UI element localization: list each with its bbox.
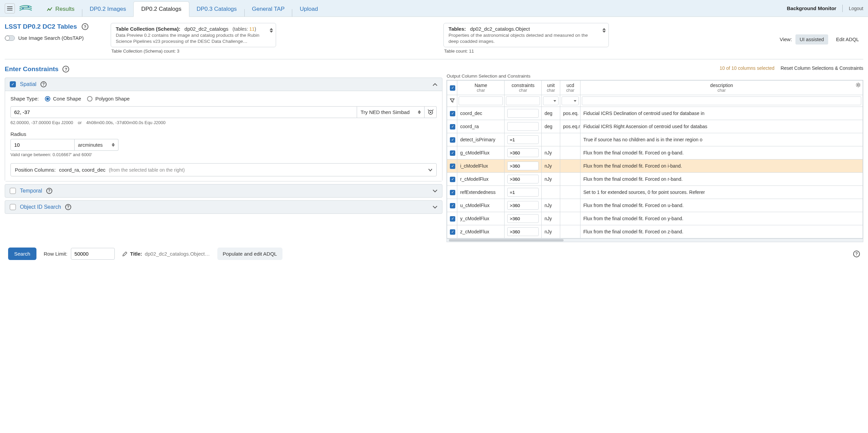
ui-assisted-button[interactable]: UI assisted [795,34,829,45]
table-row[interactable]: ✓coord_radegpos.eq.rFiducial ICRS Right … [447,120,863,133]
row-checkbox[interactable]: ✓ [450,229,455,235]
tab-general-tap[interactable]: General TAP [245,2,292,17]
constraint-input[interactable] [507,162,539,170]
filter-name-input[interactable] [459,96,503,105]
col-header-name[interactable]: Name [474,83,487,88]
schema-selector[interactable]: Table Collection (Schema): dp02_dc2_cata… [111,23,276,47]
catalog-title: LSST DP0.2 DC2 Tables ? [5,23,106,30]
position-columns-select[interactable]: Position Columns: coord_ra, coord_dec (f… [10,163,437,176]
search-button[interactable]: Search [8,248,36,260]
constraint-input[interactable] [507,109,539,118]
constraint-input[interactable] [507,227,539,236]
objectid-checkbox[interactable] [10,204,16,210]
spatial-header[interactable]: ✓ Spatial ? [5,78,442,91]
name-resolver-select[interactable]: Try NED then Simbad [357,106,425,118]
table-row[interactable]: ✓y_cModelFluxnJyFlux from the final cmod… [447,212,863,225]
spatial-checkbox[interactable]: ✓ [10,81,16,87]
help-icon[interactable]: ? [65,204,71,210]
filter-ucd-select[interactable] [562,96,579,105]
help-icon[interactable]: ? [62,66,69,73]
help-icon[interactable]: ? [46,188,52,194]
filter-unit-select[interactable] [543,96,559,105]
help-icon[interactable]: ? [40,81,47,87]
table-row[interactable]: ✓detect_isPrimaryTrue if source has no c… [447,133,863,146]
polygon-radio[interactable] [87,96,92,102]
stepper-icon[interactable] [602,28,606,33]
table-row[interactable]: ✓refExtendednessSet to 1 for extended so… [447,186,863,199]
chevron-down-icon [433,190,437,193]
constraint-input[interactable] [507,188,539,197]
row-checkbox[interactable]: ✓ [450,177,455,182]
constraint-input[interactable] [507,148,539,157]
row-checkbox[interactable]: ✓ [450,150,455,156]
coords-input[interactable] [10,106,357,118]
edit-adql-button[interactable]: Edit ADQL [832,34,863,45]
stepper-icon [112,143,115,147]
radius-input[interactable] [10,139,75,151]
row-checkbox[interactable]: ✓ [450,203,455,208]
select-all-checkbox[interactable]: ✓ [450,85,455,91]
gear-icon[interactable] [856,82,861,88]
horizontal-scrollbar[interactable] [447,238,863,242]
objectid-header[interactable]: Object ID Search ? [5,201,442,213]
help-icon[interactable]: ? [82,23,88,30]
row-checkbox[interactable]: ✓ [450,164,455,169]
temporal-checkbox[interactable] [10,188,16,194]
temporal-header[interactable]: Temporal ? [5,184,442,197]
row-checkbox[interactable]: ✓ [450,216,455,222]
row-checkbox[interactable]: ✓ [450,137,455,143]
populate-adql-button[interactable]: Populate and edit ADQL [217,248,282,260]
scroll-thumb[interactable] [449,239,564,241]
logout-link[interactable]: Logout [849,6,863,11]
table-selector[interactable]: Tables: dp02_dc2_catalogs.Object Propert… [443,23,609,47]
reset-columns-link[interactable]: Reset Column Selections & Constraints [781,65,863,71]
stepper-icon[interactable] [270,28,273,33]
tab-upload[interactable]: Upload [292,2,325,17]
table-row[interactable]: ✓g_cModelFluxnJyFlux from the final cmod… [447,146,863,160]
schema-desc: Data Preview 0.2 contains the image and … [116,32,264,44]
table-row[interactable]: ✓z_cModelFluxnJyFlux from the final cmod… [447,225,863,238]
cell-ucd [560,173,580,186]
help-icon[interactable]: ? [853,251,860,257]
filter-description-input[interactable] [582,96,861,105]
table-row[interactable]: ✓i_cModelFluxnJyFlux from the final cmod… [447,160,863,173]
title-edit[interactable]: Title: dp02_dc2_catalogs.Object… [122,251,210,257]
constraint-input[interactable] [507,214,539,223]
target-resolve-button[interactable] [425,106,437,118]
tab-dp03-catalogs[interactable]: DP0.3 Catalogs [189,2,244,17]
col-header-constraints[interactable]: constraints [512,83,535,88]
row-checkbox[interactable]: ✓ [450,190,455,195]
constraint-input[interactable] [507,135,539,144]
cell-unit [542,186,560,199]
constraint-input[interactable] [507,175,539,183]
rowlimit-input[interactable] [71,248,115,260]
schema-count-label: Table Collection (Schema) count: 3 [111,49,439,54]
cell-ucd: pos.eq. [560,107,580,120]
tab-dp02-images[interactable]: DP0.2 Images [82,2,134,17]
table-row[interactable]: ✓r_cModelFluxnJyFlux from the final cmod… [447,173,863,186]
cell-unit [542,133,560,146]
table-row[interactable]: ✓u_cModelFluxnJyFlux from the final cmod… [447,199,863,212]
cell-desc: Flux from the final cmodel fit. Forced o… [580,199,863,212]
tab-dp02-catalogs[interactable]: DP0.2 Catalogs [133,1,189,17]
svg-point-0 [22,8,24,9]
constraint-input[interactable] [507,122,539,131]
obstap-toggle[interactable] [5,35,15,41]
cone-radio[interactable] [45,96,50,102]
tab-label: DP0.2 Catalogs [141,6,181,12]
row-checkbox[interactable]: ✓ [450,111,455,116]
menu-button[interactable] [5,3,15,13]
tab-label: General TAP [252,6,285,12]
background-monitor-link[interactable]: Background Monitor [787,5,837,11]
table-row[interactable]: ✓coord_decdegpos.eq.Fiducial ICRS Declin… [447,107,863,120]
filter-icon[interactable] [450,98,455,103]
col-header-ucd[interactable]: ucd [567,83,574,88]
constraint-input[interactable] [507,201,539,210]
col-header-description[interactable]: description [710,83,733,88]
filter-constraints-input[interactable] [506,96,540,105]
radius-unit-select[interactable]: arcminutes [75,139,118,151]
chevron-down-icon [428,169,432,171]
row-checkbox[interactable]: ✓ [450,124,455,129]
col-header-unit[interactable]: unit [547,83,555,88]
tab-results[interactable]: Results [39,2,82,17]
